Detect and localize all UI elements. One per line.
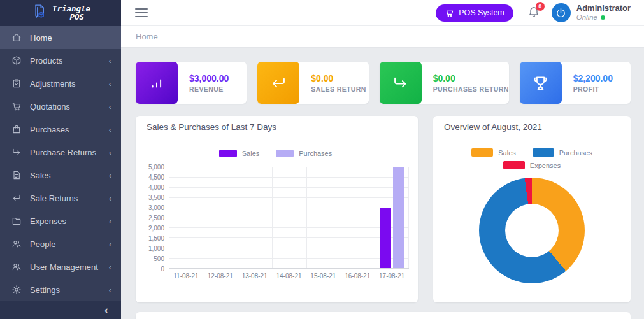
sidebar-item-sales[interactable]: Sales‹	[0, 164, 121, 187]
sidebar-item-sale-returns[interactable]: Sale Returns‹	[0, 187, 121, 209]
user-status: Online	[576, 13, 631, 22]
sidebar-item-purchases[interactable]: Purchases‹	[0, 118, 121, 141]
legend-item-sales[interactable]: Sales	[471, 148, 516, 157]
legend-item-sales[interactable]: Sales	[219, 150, 260, 157]
home-icon	[11, 32, 22, 43]
stat-card-profit: $2,200.00PROFIT	[520, 62, 631, 104]
trophy-icon	[520, 62, 562, 104]
legend-item-purchases[interactable]: Purchases	[533, 148, 592, 157]
x-tick-label: 17-08-21	[375, 273, 409, 280]
sidebar-footer: ‹	[0, 301, 121, 319]
menu-toggle-button[interactable]	[135, 8, 148, 17]
y-tick-label: 2,000	[148, 225, 164, 232]
online-status-dot	[601, 15, 605, 20]
legend-label: Sales	[498, 149, 516, 157]
y-tick-label: 500	[154, 255, 164, 262]
donut-chart-card: Overview of August, 2021 SalesPurchasesE…	[433, 116, 631, 302]
breadcrumb-item-home[interactable]: Home	[136, 32, 158, 41]
user-status-label: Online	[576, 13, 597, 22]
topbar-right: POS System 0 Administrator Online	[436, 3, 631, 22]
brand-logo[interactable]: Triangle POS	[0, 0, 121, 26]
pos-system-label: POS System	[459, 8, 504, 17]
bottom-card	[136, 312, 631, 319]
sidebar-item-settings[interactable]: Settings‹	[0, 278, 121, 301]
sidebar-item-expenses[interactable]: Expenses‹	[0, 209, 121, 232]
user-name: Administrator	[576, 4, 631, 13]
y-tick-label: 4,500	[148, 174, 164, 181]
y-tick-label: 3,000	[148, 204, 164, 211]
main-area: POS System 0 Administrator Online	[121, 0, 644, 319]
sidebar-item-label: User Management	[30, 262, 98, 272]
folder-icon	[11, 216, 22, 226]
sidebar-item-label: Settings	[30, 285, 60, 295]
stat-amount: $0.00	[433, 73, 509, 83]
bar-sales-17-08-21[interactable]	[380, 208, 391, 268]
corner-down-right-icon	[11, 147, 22, 157]
legend-label: Purchases	[559, 149, 592, 157]
chevron-left-icon: ‹	[109, 148, 111, 157]
x-tick-label: 16-08-21	[340, 273, 375, 280]
sidebar-item-label: Purchases	[30, 125, 69, 134]
notifications-button[interactable]: 0	[527, 5, 540, 20]
sidebar-collapse-button[interactable]: ‹	[104, 304, 108, 316]
y-tick-label: 4,000	[148, 184, 164, 191]
brand-logo-icon	[31, 3, 48, 23]
bar-chart: 5,0004,5004,0003,5003,0002,5002,0001,500…	[142, 167, 409, 269]
y-tick-label: 1,000	[148, 245, 164, 252]
clipboard-check-icon	[11, 78, 22, 89]
sidebar-item-people[interactable]: People‹	[0, 232, 121, 255]
avatar[interactable]	[552, 3, 571, 22]
sidebar-item-quotations[interactable]: Quotations‹	[0, 95, 121, 118]
app-window: Triangle POS HomeProducts‹Adjustments‹Qu…	[0, 0, 644, 319]
users-icon	[11, 262, 22, 272]
sidebar-item-products[interactable]: Products‹	[0, 49, 121, 72]
brand-name-line2: POS	[52, 13, 90, 22]
legend-swatch	[219, 150, 237, 157]
chevron-left-icon: ‹	[109, 80, 111, 88]
sidebar-item-label: Quotations	[30, 102, 70, 111]
bar-chart-legend: SalesPurchases	[142, 150, 409, 157]
corner-down-left-icon	[11, 193, 22, 203]
bar-chart-y-axis: 5,0004,5004,0003,5003,0002,5002,0001,500…	[142, 167, 169, 269]
stat-card-sales-return: $0.00SALES RETURN	[257, 62, 368, 104]
signal-bars-icon	[136, 62, 178, 104]
sidebar-item-label: Products	[30, 56, 62, 66]
legend-swatch	[276, 150, 294, 157]
chevron-left-icon: ‹	[109, 125, 111, 134]
x-tick-label: 11-08-21	[169, 273, 203, 280]
stat-card-purchases-return: $0.00PURCHASES RETURN	[380, 62, 509, 104]
sidebar: Triangle POS HomeProducts‹Adjustments‹Qu…	[0, 0, 121, 319]
legend-item-expenses[interactable]: Expenses	[503, 161, 561, 169]
sidebar-item-label: Adjustments	[30, 79, 76, 89]
pos-system-button[interactable]: POS System	[436, 4, 513, 22]
x-tick-label: 15-08-21	[306, 273, 340, 280]
cart-icon	[11, 101, 22, 111]
bag-icon	[11, 124, 22, 134]
legend-item-purchases[interactable]: Purchases	[276, 150, 332, 157]
y-tick-label: 1,500	[148, 235, 164, 242]
topbar: POS System 0 Administrator Online	[121, 0, 644, 26]
chevron-left-icon: ‹	[109, 263, 111, 271]
chevron-left-icon: ‹	[109, 57, 111, 65]
bar-purchases-17-08-21[interactable]	[393, 167, 404, 268]
bar-chart-card: Sales & Purchases of Last 7 Days SalesPu…	[136, 116, 418, 302]
stat-label: PURCHASES RETURN	[433, 85, 509, 93]
sidebar-item-home[interactable]: Home	[0, 26, 121, 49]
sidebar-item-user-management[interactable]: User Management‹	[0, 255, 121, 278]
legend-swatch	[503, 161, 525, 169]
x-tick-label: 13-08-21	[238, 273, 272, 280]
sidebar-item-label: Sale Returns	[30, 194, 78, 203]
sidebar-item-adjustments[interactable]: Adjustments‹	[0, 72, 121, 95]
donut-chart-body: SalesPurchasesExpenses	[433, 139, 631, 283]
sidebar-item-label: Home	[30, 33, 52, 43]
legend-label: Sales	[242, 150, 260, 157]
gear-icon	[11, 285, 22, 295]
stat-amount: $2,200.00	[573, 73, 613, 83]
user-info[interactable]: Administrator Online	[576, 4, 631, 22]
brand-name: Triangle POS	[52, 5, 90, 22]
stats-row: $3,000.00REVENUE$0.00SALES RETURN$0.00PU…	[136, 62, 631, 104]
sidebar-item-purchase-returns[interactable]: Purchase Returns‹	[0, 141, 121, 164]
bar-chart-plot	[169, 167, 409, 269]
return-arrow-icon	[257, 62, 299, 104]
stat-amount: $3,000.00	[189, 73, 229, 83]
